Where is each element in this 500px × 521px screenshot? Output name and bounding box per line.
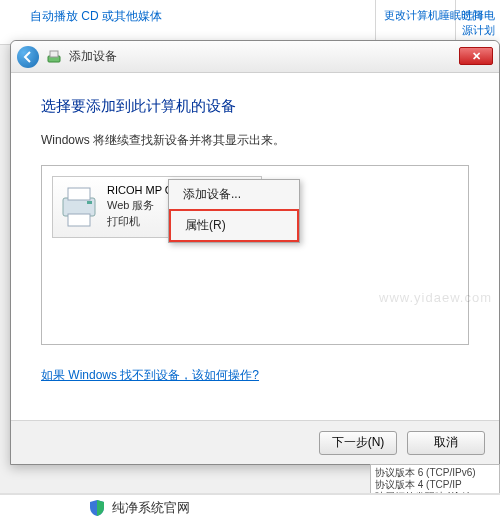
footer-brand-text: 纯净系统官网 xyxy=(112,499,190,517)
svg-rect-5 xyxy=(87,201,92,204)
context-menu: 添加设备... 属性(R) xyxy=(168,179,300,243)
autoplay-link[interactable]: 自动播放 CD 或其他媒体 xyxy=(30,8,162,25)
control-panel-strip: 自动播放 CD 或其他媒体 更改计算机睡眠时间 选择电源计划 xyxy=(0,0,500,45)
separator xyxy=(375,0,376,44)
svg-rect-1 xyxy=(50,51,58,57)
bk-line: 协议版本 6 (TCP/IPv6) xyxy=(375,467,495,479)
power-plan-link[interactable]: 选择电源计划 xyxy=(462,8,500,38)
cancel-button[interactable]: 取消 xyxy=(407,431,485,455)
add-device-wizard: ✕ 添加设备 选择要添加到此计算机的设备 Windows 将继续查找新设备并将其… xyxy=(10,40,500,465)
watermark-text: www.yidaew.com xyxy=(379,290,492,305)
ctx-add-device[interactable]: 添加设备... xyxy=(169,180,299,209)
wizard-subtext: Windows 将继续查找新设备并将其显示出来。 xyxy=(11,122,499,149)
bk-line: 协议版本 4 (TCP/IP xyxy=(375,479,495,491)
wizard-title-text: 添加设备 xyxy=(69,48,117,65)
printer-icon xyxy=(59,183,99,231)
ctx-properties[interactable]: 属性(R) xyxy=(169,209,299,242)
wizard-titlebar: 添加设备 xyxy=(11,41,499,73)
wizard-heading: 选择要添加到此计算机的设备 xyxy=(11,73,499,122)
svg-rect-3 xyxy=(68,188,90,200)
close-button[interactable]: ✕ xyxy=(459,47,493,65)
device-item[interactable]: RICOH MP C3503 Web 服务 打印机 添加设备... 属性(R) xyxy=(52,176,262,238)
svg-rect-2 xyxy=(63,198,95,216)
footer-brand-bar: 纯净系统官网 xyxy=(0,493,500,521)
next-button[interactable]: 下一步(N) xyxy=(319,431,397,455)
arrow-left-icon xyxy=(22,51,34,63)
help-link[interactable]: 如果 Windows 找不到设备，该如何操作? xyxy=(41,367,259,384)
shield-icon xyxy=(88,499,106,517)
device-icon xyxy=(45,48,63,66)
back-button[interactable] xyxy=(17,46,39,68)
svg-rect-4 xyxy=(68,214,90,226)
device-list-pane: RICOH MP C3503 Web 服务 打印机 添加设备... 属性(R) xyxy=(41,165,469,345)
wizard-footer: 下一步(N) 取消 xyxy=(11,420,499,464)
